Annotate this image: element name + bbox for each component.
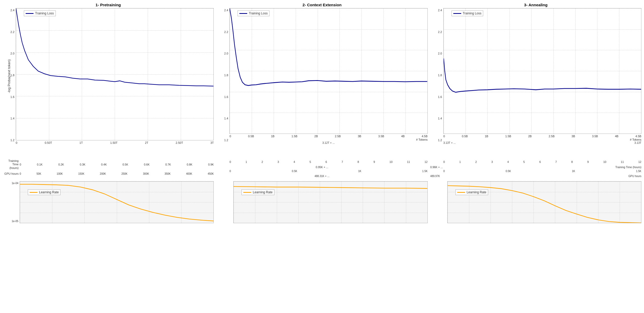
panel1-gpu-label: GPU hours	[3, 172, 20, 175]
panel2-tt-values: 0 1 2 3 4 5 6 7 8 9 10 11 12	[216, 160, 427, 166]
panel2-gpu-values: 0 0.5K 1K 1.5K	[216, 170, 427, 175]
panel3-lr-chart: Learning Rate	[447, 181, 641, 223]
y-axis-title: -log Proba(next token)	[7, 59, 11, 93]
panel-context: 2- Context Extension 2.4 2.2 2.0 1.8 1.6…	[215, 3, 429, 160]
panel2-x-offset: 3.12T + ...	[229, 141, 427, 144]
panel3-x-labels: # Tokens	[443, 138, 641, 141]
panel2-tt: 0 1 2 3 4 5 6 7 8 9 10 11 12 0.95K + ...	[215, 160, 429, 169]
panel1-lr-chart: Learning Rate	[20, 181, 214, 223]
panel3-tokens-right: # Tokens	[630, 138, 641, 141]
panel3-svg	[444, 8, 641, 134]
lr-row: 1e-04 1e-05	[1, 179, 643, 224]
gpu-row: GPU hours 0 50K 100K 150K 200K 250K 300K…	[1, 170, 643, 178]
panel2-chart-wrapper: 2.4 2.2 2.0 1.8 1.6 1.4 1.2	[216, 8, 427, 144]
charts-row: 1- Pretraining 2.4 2.2 2.0 1.8 1.6 1.4 1…	[1, 3, 643, 160]
panel3-gpu-offset-row: 489.97K GPU hours	[430, 175, 641, 178]
panel3-tt-offset-row: 0.96K + ... Training Time (hours)	[430, 166, 641, 169]
panel2-gpu: 0 0.5K 1K 1.5K 488.31K + ...	[215, 170, 429, 178]
panel1-chart-wrapper: 2.4 2.2 2.0 1.8 1.6 1.4 1.2 -log Proba(n…	[3, 8, 214, 144]
panel1-lr-wrapper: 1e-04 1e-05	[3, 181, 214, 223]
panel2-x-right-label: # Tokens	[229, 138, 427, 141]
panel2-lr-svg	[234, 182, 427, 223]
panel1-x-tokens: 0 0.50T 1T 1.50T 2T 2.50T 3T	[16, 141, 214, 144]
panel3-lr-wrapper: Learning Rate	[430, 181, 641, 223]
panel-pretraining: 1- Pretraining 2.4 2.2 2.0 1.8 1.6 1.4 1…	[1, 3, 215, 160]
training-time-row: Training Time(hours) 0 0.1K 0.2K 0.3K 0.…	[1, 160, 643, 169]
panel1-tt: Training Time(hours) 0 0.1K 0.2K 0.3K 0.…	[1, 160, 215, 169]
panel3-tt: 0 1 2 3 4 5 6 7 8 9 10 11 12 0.96K + ...…	[429, 160, 643, 169]
panel1-gpu: GPU hours 0 50K 100K 150K 200K 250K 300K…	[1, 170, 215, 178]
panel3-title: 3- Annealing	[430, 3, 641, 7]
panel2-gpu-offset: 488.31K + ...	[216, 175, 427, 178]
panel3-tt-values: 0 1 2 3 4 5 6 7 8 9 10 11 12	[430, 160, 641, 166]
panel3-y-axis: 2.4 2.2 2.0 1.8 1.6 1.4 1.2	[430, 8, 443, 144]
panel2-title: 2- Context Extension	[216, 3, 427, 7]
panel3-lr: Learning Rate	[429, 179, 643, 224]
panel2-chart-inner: Training Loss	[229, 8, 427, 134]
main-container: 1- Pretraining 2.4 2.2 2.0 1.8 1.6 1.4 1…	[0, 0, 644, 313]
panel3-chart-wrapper: 2.4 2.2 2.0 1.8 1.6 1.4 1.2	[430, 8, 641, 144]
panel3-x-offsets: 3.13T + ... 3.13T	[443, 141, 641, 144]
panel2-lr: Learning Rate	[215, 179, 429, 224]
panel2-tt-offset: 0.95K + ...	[216, 166, 427, 169]
panel3-x-tokens: 0 0.5B 1B 1.5B 2B 2.5B 3B 3.5B 4B 4.5B	[443, 135, 641, 138]
panel1-lr: 1e-04 1e-05	[1, 179, 215, 224]
panel2-lr-wrapper: Learning Rate	[216, 181, 427, 223]
panel3-lr-y-axis	[430, 181, 447, 223]
panel3-gpu-values: 0 0.5K 1K 1.5K	[430, 170, 641, 175]
panel1-gpu-values: 0 50K 100K 150K 200K 250K 300K 350K 400K…	[20, 172, 214, 175]
panel1-lr-svg	[20, 182, 213, 223]
panel1-tt-values: 0 0.1K 0.2K 0.3K 0.4K 0.5K 0.6K 0.7K 0.8…	[20, 163, 214, 166]
panel1-svg	[16, 8, 213, 140]
panel1-lr-y-axis: 1e-04 1e-05	[3, 181, 20, 223]
panel2-x-tokens: 0 0.5B 1B 1.5B 2B 2.5B 3B 3.5B 4B 4.5B	[229, 135, 427, 138]
panel2-lr-y-axis	[216, 181, 233, 223]
panel2-svg	[230, 8, 427, 134]
panel3-chart-inner: Training Loss	[443, 8, 641, 134]
panel1-tt-label: Training Time(hours)	[3, 159, 20, 170]
panel1-chart-inner: Training Loss	[16, 8, 214, 140]
panel3-lr-svg	[448, 182, 641, 223]
panel2-y-axis: 2.4 2.2 2.0 1.8 1.6 1.4 1.2	[216, 8, 229, 144]
panel3-gpu: 0 0.5K 1K 1.5K 489.97K GPU hours	[429, 170, 643, 178]
panel-annealing: 3- Annealing 2.4 2.2 2.0 1.8 1.6 1.4 1.2	[429, 3, 643, 160]
panel1-title: 1- Pretraining	[3, 3, 214, 7]
panel2-lr-chart: Learning Rate	[233, 181, 427, 223]
